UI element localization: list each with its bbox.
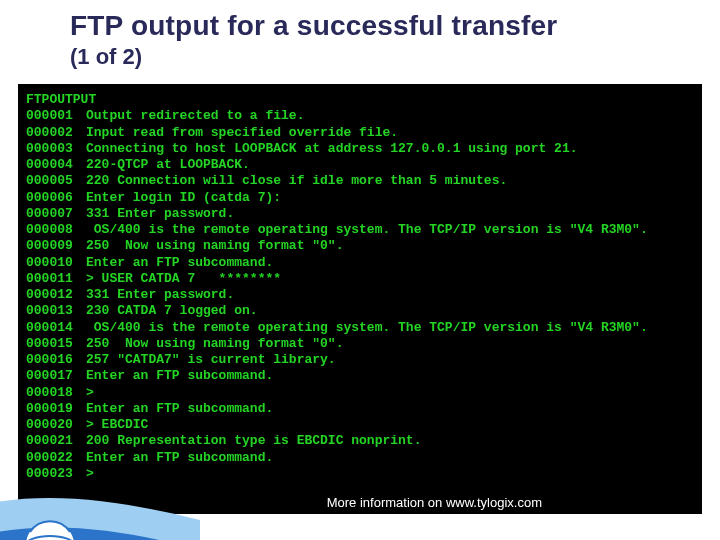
terminal-line: 000001 Output redirected to a file. [26,108,694,124]
terminal-lineno: 000006 [26,190,86,206]
terminal-line-text: Input read from specified override file. [86,125,694,141]
terminal-line-text: Enter an FTP subcommand. [86,401,694,417]
terminal-line-text: Enter login ID (catda 7): [86,190,694,206]
terminal-lineno: 000014 [26,320,86,336]
terminal-line-text: > [86,385,694,401]
terminal-line-text: Enter an FTP subcommand. [86,255,694,271]
terminal-line-text: 250 Now using naming format "0". [86,238,694,254]
terminal-lineno: 000019 [26,401,86,417]
terminal-lineno: 000003 [26,141,86,157]
terminal-line-text: Enter an FTP subcommand. [86,368,694,384]
terminal-line: 000002 Input read from specified overrid… [26,125,694,141]
terminal-lineno: 000010 [26,255,86,271]
terminal-line-text: 250 Now using naming format "0". [86,336,694,352]
terminal-lineno: 000021 [26,433,86,449]
terminal-line: 000018 > [26,385,694,401]
terminal-line: 000020 > EBCDIC [26,417,694,433]
decorative-swoosh-icon [0,450,200,540]
terminal-line: 000007 331 Enter password. [26,206,694,222]
more-info-text: More information on www.tylogix.com [327,495,542,510]
terminal-line: 000021 200 Representation type is EBCDIC… [26,433,694,449]
terminal-line: 000004 220-QTCP at LOOPBACK. [26,157,694,173]
terminal-line: 000013 230 CATDA 7 logged on. [26,303,694,319]
terminal-lineno: 000005 [26,173,86,189]
terminal-line-text: 200 Representation type is EBCDIC nonpri… [86,433,694,449]
terminal-line: 000012 331 Enter password. [26,287,694,303]
terminal-lineno: 000012 [26,287,86,303]
terminal-line-text: 220-QTCP at LOOPBACK. [86,157,694,173]
terminal-lineno: 000011 [26,271,86,287]
terminal-line-text: Output redirected to a file. [86,108,694,124]
terminal-line: 000005 220 Connection will close if idle… [26,173,694,189]
terminal-line-text: Connecting to host LOOPBACK at address 1… [86,141,694,157]
terminal-line: 000015 250 Now using naming format "0". [26,336,694,352]
terminal-line: 000008 OS/400 is the remote operating sy… [26,222,694,238]
terminal-line-text: 331 Enter password. [86,206,694,222]
slide-title: FTP output for a successful transfer [70,10,720,42]
terminal-line-text: OS/400 is the remote operating system. T… [86,222,694,238]
terminal-body: 000001 Output redirected to a file.00000… [26,108,694,482]
terminal-lineno: 000020 [26,417,86,433]
terminal-line: 000010 Enter an FTP subcommand. [26,255,694,271]
slide-title-block: FTP output for a successful transfer (1 … [0,0,720,78]
terminal-lineno: 000017 [26,368,86,384]
terminal-line-text: 230 CATDA 7 logged on. [86,303,694,319]
terminal-line: 000009 250 Now using naming format "0". [26,238,694,254]
terminal-line: 000003 Connecting to host LOOPBACK at ad… [26,141,694,157]
terminal-lineno: 000004 [26,157,86,173]
terminal-line: 000014 OS/400 is the remote operating sy… [26,320,694,336]
terminal-line: 000006 Enter login ID (catda 7): [26,190,694,206]
terminal-lineno: 000007 [26,206,86,222]
terminal-line: 000017 Enter an FTP subcommand. [26,368,694,384]
terminal-line-text: > EBCDIC [86,417,694,433]
terminal-lineno: 000008 [26,222,86,238]
terminal-lineno: 000016 [26,352,86,368]
slide-subtitle: (1 of 2) [70,44,720,70]
terminal-line-text: 220 Connection will close if idle more t… [86,173,694,189]
terminal-line-text: 331 Enter password. [86,287,694,303]
terminal-line-text: > USER CATDA 7 ******** [86,271,694,287]
terminal-line: 000011 > USER CATDA 7 ******** [26,271,694,287]
terminal-line: 000016 257 "CATDA7" is current library. [26,352,694,368]
terminal-lineno: 000015 [26,336,86,352]
terminal-line-text: 257 "CATDA7" is current library. [86,352,694,368]
terminal-lineno: 000018 [26,385,86,401]
terminal-lineno: 000002 [26,125,86,141]
terminal-line: 000019 Enter an FTP subcommand. [26,401,694,417]
terminal-lineno: 000009 [26,238,86,254]
terminal-lineno: 000013 [26,303,86,319]
terminal-lineno: 000001 [26,108,86,124]
terminal-line-text: OS/400 is the remote operating system. T… [86,320,694,336]
terminal-header: FTPOUTPUT [26,92,694,108]
